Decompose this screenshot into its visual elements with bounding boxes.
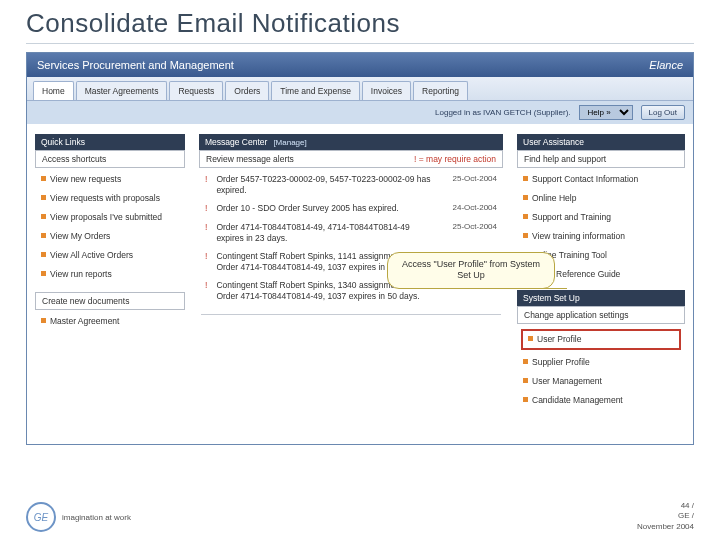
tab-orders[interactable]: Orders [225, 81, 269, 100]
bullet-icon [41, 252, 46, 257]
list-item[interactable]: Supplier Profile [521, 353, 681, 372]
quicklinks-items: View new requests View requests with pro… [35, 168, 185, 286]
app-title: Services Procurement and Management [37, 59, 234, 71]
tab-invoices[interactable]: Invoices [362, 81, 411, 100]
list-item[interactable]: Support and Training [521, 208, 681, 227]
footer-meta: 44 / GE / November 2004 [637, 501, 694, 532]
assist-label: Online Help [532, 193, 576, 203]
message-text: Order 10 - SDO Order Survey 2005 has exp… [216, 203, 433, 214]
bullet-icon [41, 195, 46, 200]
list-item[interactable]: View All Active Orders [39, 246, 181, 265]
nav-tabs: Home Master Agreements Requests Orders T… [27, 77, 693, 101]
bullet-icon [41, 271, 46, 276]
syssetup-header: System Set Up [517, 290, 685, 306]
list-item[interactable]: View My Orders [39, 227, 181, 246]
bullet-icon [41, 214, 46, 219]
syssetup-userprofile-highlight: User Profile [521, 329, 681, 350]
msgcenter-manage-link[interactable]: [Manage] [273, 138, 306, 147]
list-item[interactable]: Master Agreement [39, 312, 181, 331]
list-item[interactable]: Candidate Management [521, 391, 681, 410]
footer-page: 44 / [637, 501, 694, 511]
list-item[interactable]: View requests with proposals [39, 189, 181, 208]
quicklink-label: View All Active Orders [50, 250, 133, 260]
app-brand: Elance [649, 59, 683, 71]
syssetup-sub: Change application settings [517, 306, 685, 324]
bullet-icon [523, 176, 528, 181]
list-item-user-profile[interactable]: User Profile [526, 333, 676, 346]
alert-icon: ! [205, 251, 207, 261]
main-body: Quick Links Access shortcuts View new re… [27, 124, 693, 444]
divider [201, 314, 501, 315]
callout-connector [539, 288, 567, 289]
message-row[interactable]: !Order 5457-T0223-00002-09, 5457-T0223-0… [203, 170, 499, 199]
bullet-icon [41, 233, 46, 238]
list-item[interactable]: View run reports [39, 265, 181, 284]
slide-title: Consolidate Email Notifications [26, 8, 720, 39]
bullet-icon [523, 214, 528, 219]
quicklink-label: View new requests [50, 174, 121, 184]
quicklinks-header: Quick Links [35, 134, 185, 150]
bullet-icon [523, 378, 528, 383]
message-row[interactable]: !Order 4714-T0844T0814-49, 4714-T0844T08… [203, 218, 499, 247]
assist-label: View training information [532, 231, 625, 241]
message-date: 25-Oct-2004 [439, 174, 497, 183]
userassist-sub: Find help and support [517, 150, 685, 168]
message-text: Order 5457-T0223-00002-09, 5457-T0223-00… [216, 174, 433, 195]
quicklink-label: View My Orders [50, 231, 110, 241]
list-item[interactable]: User Management [521, 372, 681, 391]
bullet-icon [41, 318, 46, 323]
assist-label: Support and Training [532, 212, 611, 222]
message-date: 24-Oct-2004 [439, 203, 497, 212]
quicklink-label: View requests with proposals [50, 193, 160, 203]
footer-company: GE / [637, 511, 694, 521]
alert-icon: ! [205, 222, 207, 232]
list-item[interactable]: View training information [521, 227, 681, 246]
tab-time-expense[interactable]: Time and Expense [271, 81, 360, 100]
tab-home[interactable]: Home [33, 81, 74, 100]
syssetup-label: User Management [532, 376, 602, 386]
alert-icon: ! [205, 203, 207, 213]
loggedin-text: Logged in as IVAN GETCH (Supplier). [435, 108, 570, 117]
sub-toolbar: Logged in as IVAN GETCH (Supplier). Help… [27, 101, 693, 124]
ge-logo-icon: GE [26, 502, 56, 532]
alert-icon: ! [205, 280, 207, 290]
message-row[interactable]: !Order 10 - SDO Order Survey 2005 has ex… [203, 199, 499, 218]
bullet-icon [523, 359, 528, 364]
alert-icon: ! [205, 174, 207, 184]
tab-master-agreements[interactable]: Master Agreements [76, 81, 168, 100]
help-dropdown[interactable]: Help » [579, 105, 633, 120]
message-text: Order 4714-T0844T0814-49, 4714-T0844T081… [216, 222, 433, 243]
message-date: 25-Oct-2004 [439, 222, 497, 231]
col-right: User Assistance Find help and support Su… [517, 134, 685, 434]
list-item[interactable]: View proposals I've submitted [39, 208, 181, 227]
logout-button[interactable]: Log Out [641, 105, 685, 120]
quicklinks-create-items: Master Agreement [35, 310, 185, 333]
msgcenter-title: Message Center [205, 137, 267, 147]
app-frame: Services Procurement and Management Elan… [26, 52, 694, 445]
syssetup-label: User Profile [537, 334, 581, 344]
bullet-icon [41, 176, 46, 181]
tab-requests[interactable]: Requests [169, 81, 223, 100]
msgcenter-reqnote: ! = may require action [414, 154, 496, 164]
quicklink-label: View proposals I've submitted [50, 212, 162, 222]
tab-reporting[interactable]: Reporting [413, 81, 468, 100]
quicklinks-sub: Access shortcuts [35, 150, 185, 168]
msgcenter-sub: Review message alerts ! = may require ac… [199, 150, 503, 168]
quicklink-label: View run reports [50, 269, 112, 279]
list-item[interactable]: View new requests [39, 170, 181, 189]
bullet-icon [523, 195, 528, 200]
msgcenter-sub-label: Review message alerts [206, 154, 294, 164]
syssetup-label: Candidate Management [532, 395, 623, 405]
footer-date: November 2004 [637, 522, 694, 532]
list-item[interactable]: Support Contact Information [521, 170, 681, 189]
userassist-header: User Assistance [517, 134, 685, 150]
col-quicklinks: Quick Links Access shortcuts View new re… [35, 134, 185, 434]
syssetup-label: Supplier Profile [532, 357, 590, 367]
app-header: Services Procurement and Management Elan… [27, 53, 693, 77]
msgcenter-header: Message Center [Manage] [199, 134, 503, 150]
list-item[interactable]: Online Help [521, 189, 681, 208]
assist-label: Support Contact Information [532, 174, 638, 184]
title-rule [26, 43, 694, 44]
callout-bubble: Access "User Profile" from System Set Up [387, 252, 555, 289]
footer-tagline: imagination at work [62, 513, 131, 522]
